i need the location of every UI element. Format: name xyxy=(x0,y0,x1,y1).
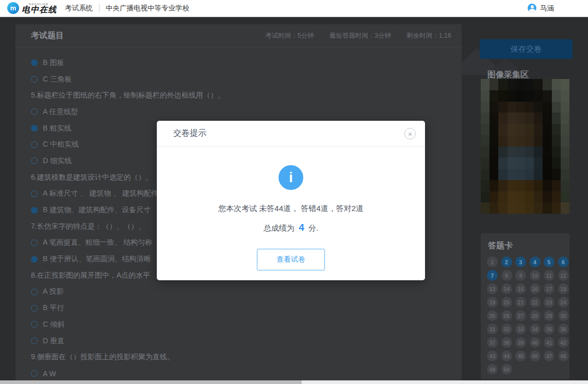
answer-circle-37[interactable]: 37 xyxy=(487,337,498,348)
photo-pixel xyxy=(552,191,561,203)
option-label[interactable]: C 倾斜 xyxy=(43,320,64,329)
radio-selected-icon[interactable] xyxy=(31,125,38,132)
answer-circle-19[interactable]: 19 xyxy=(487,297,498,308)
answer-circle-47[interactable]: 47 xyxy=(544,350,554,361)
answer-circle-13[interactable]: 13 xyxy=(487,283,498,294)
radio-unselected-icon[interactable] xyxy=(31,76,38,83)
answer-circle-32[interactable]: 32 xyxy=(501,324,512,334)
save-submit-button[interactable]: 保存交卷 xyxy=(480,39,573,59)
answer-circle-8[interactable]: 8 xyxy=(501,270,512,281)
option-label[interactable]: A 标准尺寸 、 建筑物 、 建筑构配件 xyxy=(43,189,158,198)
answer-circle-28[interactable]: 28 xyxy=(530,310,541,321)
radio-unselected-icon[interactable] xyxy=(31,190,38,197)
option-label[interactable]: C 三角板 xyxy=(43,75,72,84)
answer-circle-45[interactable]: 45 xyxy=(515,350,526,361)
answer-circle-10[interactable]: 10 xyxy=(530,270,541,281)
answer-circle-25[interactable]: 25 xyxy=(487,310,498,321)
horizontal-scrollbar-thumb[interactable] xyxy=(0,380,302,384)
option-row[interactable]: C 三角板 xyxy=(31,71,446,88)
answer-circle-12[interactable]: 12 xyxy=(558,270,569,281)
result-summary-text: 您本次考试 未答44道， 答错4道，答对2道 xyxy=(157,204,425,214)
answer-circle-34[interactable]: 34 xyxy=(530,324,541,334)
option-label[interactable]: B 图板 xyxy=(43,58,64,68)
answer-circle-7[interactable]: 7 xyxy=(487,270,498,281)
answer-circle-17[interactable]: 17 xyxy=(544,283,554,294)
option-label[interactable]: A W xyxy=(43,370,56,378)
radio-unselected-icon[interactable] xyxy=(31,239,38,246)
option-label[interactable]: D 垂直 xyxy=(43,337,64,346)
answer-circle-49[interactable]: 49 xyxy=(487,364,498,375)
answer-circle-29[interactable]: 29 xyxy=(544,310,554,321)
answer-circle-43[interactable]: 43 xyxy=(487,350,498,361)
answer-circle-36[interactable]: 36 xyxy=(558,324,569,334)
option-label[interactable]: A 笔画挺直、粗细一致、 结构匀称 xyxy=(43,238,152,247)
answer-circle-4[interactable]: 4 xyxy=(530,257,541,267)
option-label[interactable]: A 投影 xyxy=(43,287,63,296)
option-row[interactable]: C 倾斜 xyxy=(31,316,446,333)
answer-circle-21[interactable]: 21 xyxy=(515,297,526,308)
radio-unselected-icon[interactable] xyxy=(31,141,38,148)
radio-unselected-icon[interactable] xyxy=(31,370,38,377)
option-row[interactable]: B 平行 xyxy=(31,300,446,316)
option-label[interactable]: C 中粗实线 xyxy=(43,140,79,149)
photo-pixel xyxy=(508,157,516,169)
answer-circle-48[interactable]: 48 xyxy=(558,350,569,361)
answer-circle-35[interactable]: 35 xyxy=(544,324,554,334)
radio-unselected-icon[interactable] xyxy=(31,321,38,328)
answer-circle-42[interactable]: 42 xyxy=(558,337,569,348)
option-row[interactable]: A W xyxy=(31,365,446,382)
radio-unselected-icon[interactable] xyxy=(31,108,38,115)
radio-unselected-icon[interactable] xyxy=(31,338,38,344)
option-row[interactable]: A 任意线型 xyxy=(31,104,446,120)
answer-circle-38[interactable]: 38 xyxy=(501,337,512,348)
radio-selected-icon[interactable] xyxy=(31,59,38,66)
user-avatar-icon[interactable] xyxy=(528,4,536,12)
answer-circle-39[interactable]: 39 xyxy=(515,337,526,348)
answer-circle-41[interactable]: 41 xyxy=(544,337,554,348)
answer-circle-50[interactable]: 50 xyxy=(501,364,512,375)
answer-circle-16[interactable]: 16 xyxy=(530,283,541,294)
answer-circle-26[interactable]: 26 xyxy=(501,310,512,321)
answer-circle-14[interactable]: 14 xyxy=(501,283,512,294)
answer-circle-6[interactable]: 6 xyxy=(558,257,569,267)
photo-pixel xyxy=(516,147,525,158)
horizontal-scrollbar-track[interactable] xyxy=(0,380,588,384)
option-label[interactable]: A 任意线型 xyxy=(43,107,78,117)
option-label[interactable]: B 建筑物、建筑构配件、设备尺寸 xyxy=(43,205,151,215)
answer-circle-33[interactable]: 33 xyxy=(515,324,526,334)
radio-unselected-icon[interactable] xyxy=(31,157,38,164)
answer-circle-31[interactable]: 31 xyxy=(487,324,498,334)
radio-selected-icon[interactable] xyxy=(31,256,38,263)
answer-circle-30[interactable]: 30 xyxy=(558,310,569,321)
radio-selected-icon[interactable] xyxy=(31,207,38,214)
answer-circle-22[interactable]: 22 xyxy=(530,297,541,308)
answer-circle-15[interactable]: 15 xyxy=(515,283,526,294)
answer-circle-1[interactable]: 1 xyxy=(487,257,498,267)
user-menu[interactable]: 马涵 xyxy=(528,4,554,13)
option-label[interactable]: B 粗实线 xyxy=(43,124,71,133)
answer-circle-2[interactable]: 2 xyxy=(501,257,512,267)
option-label[interactable]: B 平行 xyxy=(43,303,64,313)
answer-circle-3[interactable]: 3 xyxy=(515,257,526,267)
answer-circle-23[interactable]: 23 xyxy=(544,297,554,308)
answer-circle-9[interactable]: 9 xyxy=(515,270,526,281)
answer-circle-20[interactable]: 20 xyxy=(501,297,512,308)
answer-circle-24[interactable]: 24 xyxy=(558,297,569,308)
option-row[interactable]: B 图板 xyxy=(31,55,446,71)
app-name-label: 考试系统 xyxy=(65,4,93,13)
answer-circle-5[interactable]: 5 xyxy=(544,257,554,267)
radio-unselected-icon[interactable] xyxy=(31,289,38,295)
option-label[interactable]: B 便于辨认、笔画圆润、结构清晰 xyxy=(43,254,151,264)
radio-unselected-icon[interactable] xyxy=(31,305,38,312)
answer-circle-18[interactable]: 18 xyxy=(558,283,569,294)
answer-circle-46[interactable]: 46 xyxy=(530,350,541,361)
answer-circle-11[interactable]: 11 xyxy=(544,270,554,281)
option-label[interactable]: D 细实线 xyxy=(43,156,72,166)
view-paper-button[interactable]: 查看试卷 xyxy=(257,249,325,270)
answer-circle-40[interactable]: 40 xyxy=(530,337,541,348)
answer-circle-44[interactable]: 44 xyxy=(501,350,512,361)
close-icon[interactable]: ✕ xyxy=(404,128,416,139)
option-row[interactable]: D 垂直 xyxy=(31,333,446,349)
option-row[interactable]: A 投影 xyxy=(31,284,446,300)
answer-circle-27[interactable]: 27 xyxy=(515,310,526,321)
